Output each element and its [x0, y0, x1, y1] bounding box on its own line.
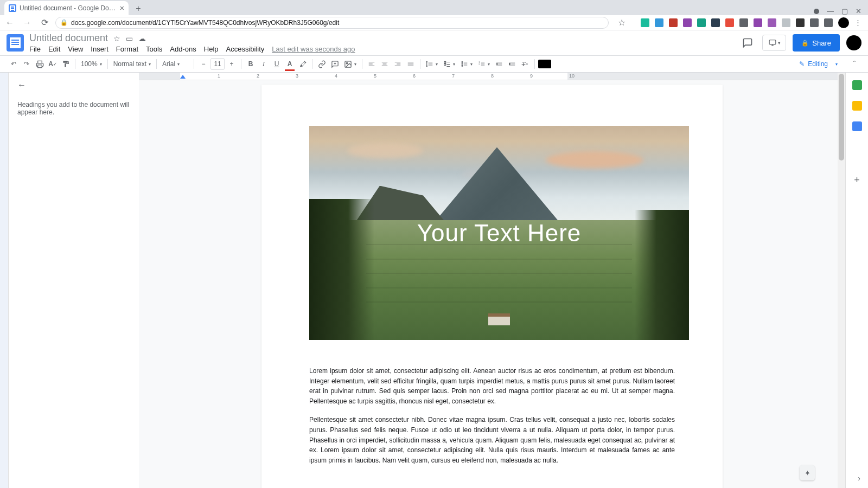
- line-spacing-dropdown[interactable]: [424, 60, 440, 68]
- document-title[interactable]: Untitled document: [29, 33, 108, 44]
- increase-font-button[interactable]: +: [226, 58, 238, 70]
- extension-icon[interactable]: [655, 18, 663, 27]
- menu-help[interactable]: Help: [204, 45, 219, 53]
- add-comment-button[interactable]: [329, 58, 341, 70]
- print-button[interactable]: [34, 58, 46, 70]
- paragraph-2[interactable]: Pellentesque sit amet consectetur nibh. …: [309, 415, 675, 465]
- docs-logo-icon[interactable]: [7, 34, 24, 52]
- outline-back-icon[interactable]: ←: [17, 80, 130, 90]
- align-left-button[interactable]: [366, 58, 378, 70]
- clear-formatting-button[interactable]: T×: [519, 58, 531, 70]
- body-text[interactable]: Lorem ipsum dolor sit amet, consectetur …: [309, 366, 675, 465]
- menu-file[interactable]: File: [29, 45, 41, 53]
- extension-icon[interactable]: [768, 18, 776, 27]
- font-dropdown[interactable]: Arial: [160, 60, 190, 68]
- undo-button[interactable]: ↶: [8, 58, 20, 70]
- paint-format-button[interactable]: [60, 58, 72, 70]
- explore-button[interactable]: ✦: [800, 465, 815, 480]
- numbered-list-dropdown[interactable]: 12: [476, 60, 492, 68]
- calendar-icon[interactable]: [852, 80, 862, 90]
- present-button[interactable]: [762, 35, 786, 51]
- align-center-button[interactable]: [379, 58, 391, 70]
- extension-icon[interactable]: [641, 18, 649, 27]
- browser-avatar[interactable]: [838, 17, 849, 28]
- hero-image[interactable]: Your Text Here: [309, 126, 689, 340]
- side-panel-collapse-icon[interactable]: ›: [858, 474, 860, 483]
- paragraph-1[interactable]: Lorem ipsum dolor sit amet, consectetur …: [309, 366, 675, 406]
- decrease-font-button[interactable]: −: [197, 58, 209, 70]
- forward-button[interactable]: →: [21, 16, 34, 29]
- collapse-toolbar-button[interactable]: ˆ: [848, 58, 860, 70]
- decrease-indent-button[interactable]: [493, 58, 505, 70]
- extension-icon[interactable]: [711, 18, 720, 27]
- highlight-button[interactable]: 🖍: [297, 58, 309, 70]
- maximize-icon[interactable]: ▢: [841, 7, 848, 15]
- back-button[interactable]: ←: [3, 16, 16, 29]
- share-button[interactable]: 🔒 Share: [793, 34, 840, 52]
- extension-icon[interactable]: [824, 18, 833, 27]
- text-color-button[interactable]: A: [284, 58, 296, 70]
- extension-icon[interactable]: [782, 18, 790, 27]
- add-on-button[interactable]: +: [854, 175, 860, 186]
- italic-button[interactable]: I: [258, 58, 270, 70]
- input-tools-button[interactable]: [538, 58, 551, 70]
- redo-button[interactable]: ↷: [21, 58, 33, 70]
- star-icon[interactable]: ☆: [113, 34, 120, 43]
- align-right-button[interactable]: [392, 58, 404, 70]
- browser-tab[interactable]: Untitled document - Google Do… ×: [4, 1, 129, 15]
- url-input[interactable]: 🔒 docs.google.com/document/d/1CYTi5CrYaw…: [55, 17, 609, 29]
- user-avatar[interactable]: [846, 35, 861, 50]
- move-icon[interactable]: ▭: [126, 34, 133, 43]
- insert-image-dropdown[interactable]: [342, 60, 359, 68]
- horizontal-ruler[interactable]: 12345678910: [139, 73, 845, 80]
- checklist-dropdown[interactable]: [441, 60, 457, 68]
- menu-edit[interactable]: Edit: [48, 45, 60, 53]
- browser-menu-icon[interactable]: ⋮: [854, 18, 861, 27]
- extension-icon[interactable]: [725, 18, 734, 27]
- extension-icon[interactable]: [683, 18, 692, 27]
- star-bookmark-icon[interactable]: ☆: [615, 16, 628, 29]
- minimize-icon[interactable]: —: [827, 7, 834, 15]
- hero-text[interactable]: Your Text Here: [417, 220, 582, 247]
- url-text: docs.google.com/document/d/1CYTi5CrYawMV…: [71, 19, 339, 27]
- cloud-icon[interactable]: ☁: [138, 34, 146, 43]
- menu-view[interactable]: View: [68, 45, 83, 53]
- increase-indent-button[interactable]: [506, 58, 518, 70]
- scrollbar-track[interactable]: [838, 73, 845, 488]
- last-edit-link[interactable]: Last edit was seconds ago: [272, 45, 355, 53]
- extension-icon[interactable]: [810, 18, 819, 27]
- comments-button[interactable]: [739, 35, 756, 51]
- zoom-dropdown[interactable]: 100%: [79, 60, 104, 68]
- profile-dot-icon[interactable]: [814, 9, 819, 14]
- editing-mode-dropdown[interactable]: ✎ Editing: [795, 60, 842, 68]
- paragraph-style-dropdown[interactable]: Normal text: [111, 60, 153, 68]
- underline-button[interactable]: U: [271, 58, 283, 70]
- extension-icon[interactable]: [697, 18, 706, 27]
- bold-button[interactable]: B: [245, 58, 257, 70]
- align-justify-button[interactable]: [405, 58, 417, 70]
- extension-icon[interactable]: [669, 18, 678, 27]
- ruler-number: 6: [413, 73, 416, 79]
- close-tab-icon[interactable]: ×: [120, 4, 124, 12]
- menu-format[interactable]: Format: [116, 45, 138, 53]
- reload-button[interactable]: ⟳: [38, 16, 51, 29]
- spellcheck-button[interactable]: A✓: [47, 58, 59, 70]
- tasks-icon[interactable]: [852, 121, 862, 131]
- keep-icon[interactable]: [852, 101, 862, 111]
- new-tab-button[interactable]: +: [132, 2, 145, 15]
- menu-bar: FileEditViewInsertFormatToolsAdd-onsHelp…: [29, 45, 355, 53]
- extension-icon[interactable]: [796, 18, 805, 27]
- extension-icon[interactable]: [739, 18, 748, 27]
- close-window-icon[interactable]: ✕: [856, 7, 861, 15]
- menu-accessibility[interactable]: Accessibility: [226, 45, 265, 53]
- bulleted-list-dropdown[interactable]: [458, 60, 475, 68]
- menu-tools[interactable]: Tools: [146, 45, 162, 53]
- font-size-input[interactable]: 11: [210, 58, 225, 70]
- menu-add-ons[interactable]: Add-ons: [170, 45, 196, 53]
- menu-insert[interactable]: Insert: [91, 45, 108, 53]
- mode-label: Editing: [808, 60, 828, 68]
- document-page[interactable]: Your Text Here Lorem ipsum dolor sit ame…: [261, 85, 723, 488]
- insert-link-button[interactable]: [316, 58, 328, 70]
- scrollbar-thumb[interactable]: [839, 74, 844, 160]
- extension-icon[interactable]: [754, 18, 762, 27]
